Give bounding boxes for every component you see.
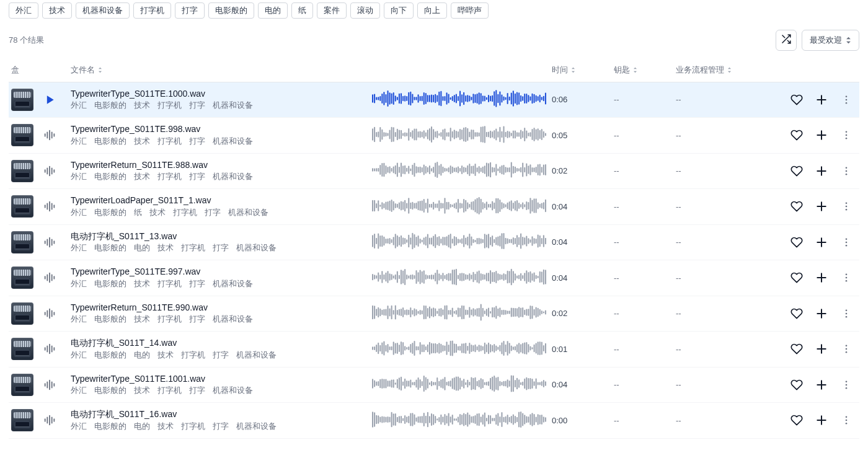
file-tag[interactable]: 打字机 xyxy=(181,421,205,432)
pack-thumbnail[interactable] xyxy=(11,195,33,218)
file-tag[interactable]: 电影般的 xyxy=(94,421,126,432)
file-tag[interactable]: 电影般的 xyxy=(94,172,126,182)
waveform[interactable] xyxy=(372,268,547,288)
file-tag[interactable]: 电影般的 xyxy=(94,208,126,218)
add-button[interactable] xyxy=(815,164,828,178)
file-tag[interactable]: 打字机 xyxy=(157,279,182,289)
file-tag[interactable]: 外汇 xyxy=(71,279,87,289)
file-tag[interactable]: 外汇 xyxy=(71,385,87,396)
add-button[interactable] xyxy=(815,307,828,320)
filter-tag[interactable]: 纸 xyxy=(291,2,313,19)
table-row[interactable]: TypewriterReturn_S011TE.988.wav外汇电影般的技术打… xyxy=(9,153,859,189)
file-name[interactable]: TypewriterType_S011TE.998.wav xyxy=(71,124,367,135)
favorite-button[interactable] xyxy=(790,378,804,392)
file-tag[interactable]: 电的 xyxy=(134,421,150,432)
filter-tag[interactable]: 滚动 xyxy=(350,2,380,19)
add-button[interactable] xyxy=(815,271,828,284)
file-tag[interactable]: 外汇 xyxy=(71,350,87,361)
file-tag[interactable]: 电影般的 xyxy=(94,350,126,361)
file-tag[interactable]: 打字 xyxy=(189,314,205,325)
sort-dropdown[interactable]: 最受欢迎 xyxy=(802,30,859,51)
table-row[interactable]: 电动打字机_S011T_13.wav外汇电影般的电的技术打字机打字机器和设备0:… xyxy=(9,224,859,260)
add-button[interactable] xyxy=(815,128,828,142)
favorite-button[interactable] xyxy=(790,307,804,320)
table-row[interactable]: TypewriterType_S011TE.1000.wav外汇电影般的技术打字… xyxy=(9,82,859,118)
filter-tag[interactable]: 向下 xyxy=(384,2,414,19)
file-tag[interactable]: 打字 xyxy=(189,136,205,147)
preview-button[interactable] xyxy=(41,269,58,286)
more-menu-button[interactable] xyxy=(839,307,853,320)
file-tag[interactable]: 机器和设备 xyxy=(213,279,253,289)
file-name[interactable]: TypewriterType_S011TE.1001.wav xyxy=(71,374,367,385)
col-header-key[interactable]: 钥匙 xyxy=(611,59,673,82)
waveform[interactable] xyxy=(372,232,547,252)
file-tag[interactable]: 打字机 xyxy=(157,172,182,182)
file-tag[interactable]: 纸 xyxy=(134,208,142,218)
file-tag[interactable]: 机器和设备 xyxy=(213,172,253,182)
waveform[interactable] xyxy=(372,161,547,180)
preview-button[interactable] xyxy=(41,376,58,394)
file-tag[interactable]: 打字机 xyxy=(157,100,182,111)
file-tag[interactable]: 技术 xyxy=(157,350,174,361)
file-tag[interactable]: 机器和设备 xyxy=(236,421,277,432)
favorite-button[interactable] xyxy=(790,93,804,107)
file-tag[interactable]: 外汇 xyxy=(71,136,87,147)
file-tag[interactable]: 外汇 xyxy=(71,421,87,432)
col-header-time[interactable]: 时间 xyxy=(549,59,611,82)
more-menu-button[interactable] xyxy=(839,342,853,356)
table-row[interactable]: 电动打字机_S011T_16.wav外汇电影般的电的技术打字机打字机器和设备0:… xyxy=(9,403,859,439)
file-name[interactable]: 电动打字机_S011T_16.wav xyxy=(71,409,367,420)
table-row[interactable]: TypewriterReturn_S011TE.990.wav外汇电影般的技术打… xyxy=(9,296,859,332)
filter-tag[interactable]: 技术 xyxy=(42,2,72,19)
pack-thumbnail[interactable] xyxy=(11,124,33,146)
file-tag[interactable]: 电影般的 xyxy=(94,100,126,111)
col-header-filename[interactable]: 文件名 xyxy=(68,59,370,82)
file-tag[interactable]: 技术 xyxy=(157,421,174,432)
file-tag[interactable]: 打字 xyxy=(189,385,205,396)
file-tag[interactable]: 技术 xyxy=(134,100,150,111)
filter-tag[interactable]: 哔哔声 xyxy=(451,2,489,19)
file-name[interactable]: TypewriterType_S011TE.1000.wav xyxy=(71,89,367,100)
filter-tag[interactable]: 打字机 xyxy=(133,2,171,19)
filter-tag[interactable]: 电影般的 xyxy=(208,2,254,19)
file-tag[interactable]: 打字 xyxy=(213,243,229,253)
file-tag[interactable]: 打字 xyxy=(189,172,205,182)
table-row[interactable]: TypewriterLoadPaper_S011T_1.wav外汇电影般的纸技术… xyxy=(9,189,859,225)
file-tag[interactable]: 机器和设备 xyxy=(236,243,277,253)
file-tag[interactable]: 技术 xyxy=(134,279,150,289)
more-menu-button[interactable] xyxy=(839,413,853,427)
play-button[interactable] xyxy=(41,91,58,108)
file-tag[interactable]: 打字机 xyxy=(157,385,182,396)
file-tag[interactable]: 打字机 xyxy=(157,136,182,147)
preview-button[interactable] xyxy=(41,198,58,215)
table-row[interactable]: TypewriterType_S011TE.998.wav外汇电影般的技术打字机… xyxy=(9,118,859,154)
favorite-button[interactable] xyxy=(790,200,804,213)
add-button[interactable] xyxy=(815,200,828,213)
file-tag[interactable]: 电影般的 xyxy=(94,279,126,289)
file-tag[interactable]: 技术 xyxy=(134,314,150,325)
waveform[interactable] xyxy=(372,90,547,109)
waveform[interactable] xyxy=(372,126,547,145)
favorite-button[interactable] xyxy=(790,413,804,427)
file-name[interactable]: TypewriterLoadPaper_S011T_1.wav xyxy=(71,195,367,206)
waveform[interactable] xyxy=(372,411,547,430)
file-tag[interactable]: 电影般的 xyxy=(94,136,126,147)
preview-button[interactable] xyxy=(41,305,58,322)
file-tag[interactable]: 打字 xyxy=(189,100,205,111)
file-tag[interactable]: 机器和设备 xyxy=(236,350,277,361)
file-tag[interactable]: 外汇 xyxy=(71,314,87,325)
filter-tag[interactable]: 外汇 xyxy=(9,2,38,19)
preview-button[interactable] xyxy=(41,234,58,251)
file-tag[interactable]: 电影般的 xyxy=(94,385,126,396)
pack-thumbnail[interactable] xyxy=(11,374,33,396)
waveform[interactable] xyxy=(372,304,547,323)
pack-thumbnail[interactable] xyxy=(11,266,33,289)
more-menu-button[interactable] xyxy=(839,378,853,392)
favorite-button[interactable] xyxy=(790,128,804,142)
pack-thumbnail[interactable] xyxy=(11,231,33,253)
waveform[interactable] xyxy=(372,375,547,394)
more-menu-button[interactable] xyxy=(839,93,853,107)
favorite-button[interactable] xyxy=(790,164,804,178)
file-tag[interactable]: 机器和设备 xyxy=(213,385,253,396)
file-tag[interactable]: 外汇 xyxy=(71,172,87,182)
